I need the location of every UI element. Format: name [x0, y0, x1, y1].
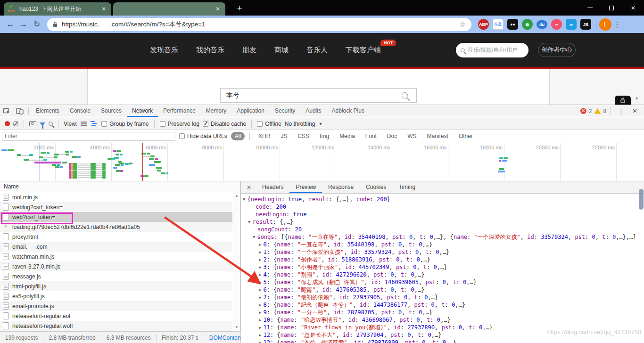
twisty-collapsed-icon[interactable]: ▶ [259, 248, 261, 256]
group-by-frame-checkbox[interactable]: Group by frame [101, 121, 149, 127]
baidu-netdisk-icon[interactable]: du [537, 20, 547, 29]
filter-type-img[interactable]: Img [316, 132, 333, 140]
tab-close-icon[interactable]: ✕ [100, 6, 107, 12]
request-row[interactable]: neteasefont-regular.woff [0, 321, 232, 331]
request-row[interactable]: neteasefont-regular.eot [0, 311, 232, 321]
nav-item--[interactable]: 下载客户端HOT [346, 46, 381, 55]
page-search-button[interactable] [393, 88, 417, 103]
device-toolbar-icon[interactable] [16, 107, 24, 115]
scroll-up-icon[interactable]: ▲ [233, 194, 240, 198]
twisty-collapsed-icon[interactable]: ▶ [259, 331, 261, 339]
nav-item--[interactable]: 朋友 [242, 46, 256, 55]
translate-icon[interactable]: G文 [493, 19, 504, 30]
throttling-dropdown[interactable]: No throttling ▼ [285, 121, 323, 127]
filter-type-manifest[interactable]: Manifest [423, 132, 452, 140]
request-row[interactable]: html-polyfill.js [0, 281, 232, 291]
network-overview-timeline[interactable]: 2000 ms4000 ms6000 ms8000 ms10000 ms1200… [0, 143, 644, 181]
checkbox[interactable] [160, 121, 165, 127]
twisty-collapsed-icon[interactable]: ▶ [259, 294, 261, 301]
devtools-tab-application[interactable]: Application [231, 105, 270, 117]
reload-button[interactable]: ↻ [30, 19, 43, 29]
twisty-collapsed-icon[interactable]: ▶ [259, 286, 261, 294]
hide-data-urls-checkbox[interactable]: Hide data URLs [179, 133, 227, 139]
twisty-collapsed-icon[interactable]: ▶ [259, 271, 261, 278]
record-button[interactable] [5, 121, 10, 126]
twisty-collapsed-icon[interactable]: ▶ [259, 256, 261, 263]
request-row[interactable]: tool.min.js [0, 192, 232, 202]
devtools-tab-memory[interactable]: Memory [201, 105, 231, 117]
warning-icon[interactable] [594, 108, 601, 114]
devtools-tab-performance[interactable]: Performance [158, 105, 201, 117]
devtools-tab-sources[interactable]: Sources [96, 105, 127, 117]
nav-item--[interactable]: 音乐人 [306, 46, 328, 55]
request-row[interactable]: proxy.html [0, 232, 232, 242]
adblock-plus-icon[interactable]: ABP [478, 19, 489, 30]
twisty-collapsed-icon[interactable]: ▶ [259, 301, 261, 309]
request-row[interactable]: watchman.min.js [0, 252, 232, 261]
filter-type-other[interactable]: Other [455, 132, 477, 140]
filter-type-media[interactable]: Media [336, 132, 359, 140]
back-button[interactable]: ← [4, 20, 17, 29]
request-row[interactable]: raven-3.27.0.min.js [0, 261, 232, 271]
inspect-element-icon[interactable] [3, 107, 10, 115]
nav-item--[interactable]: 商城 [274, 46, 289, 55]
bookmark-star-icon[interactable]: ☆ [460, 20, 466, 29]
offline-checkbox[interactable]: Offline [257, 121, 281, 127]
twisty-expanded-icon[interactable]: ▼ [248, 218, 250, 226]
devtools-tab-console[interactable]: Console [65, 105, 96, 117]
devtools-close-icon[interactable]: ✕ [629, 107, 640, 114]
player-collapse-icon[interactable]: ▾ [636, 96, 638, 101]
twisty-collapsed-icon[interactable]: ▶ [259, 263, 261, 271]
request-row[interactable]: message.js [0, 271, 232, 281]
checkbox[interactable] [179, 133, 185, 139]
filter-input[interactable] [2, 132, 175, 141]
checkbox[interactable] [257, 121, 263, 127]
forward-button[interactable]: → [17, 20, 30, 29]
detail-close-icon[interactable]: ✕ [241, 184, 256, 191]
detail-tab-timing[interactable]: Timing [393, 181, 422, 193]
devtools-tab-elements[interactable]: Elements [31, 105, 65, 117]
profile-avatar[interactable]: L [599, 18, 611, 31]
checkbox[interactable] [203, 121, 208, 127]
filter-type-ws[interactable]: WS [404, 132, 420, 140]
search-icon[interactable] [49, 122, 53, 126]
checkbox[interactable] [101, 121, 107, 127]
idm-icon[interactable]: ◉ [522, 19, 533, 30]
filter-type-js[interactable]: JS [277, 132, 291, 140]
filter-type-font[interactable]: Font [362, 132, 380, 140]
devtools-tab-security[interactable]: Security [270, 105, 300, 117]
requests-scrollbar[interactable]: ▲ ▼ [233, 192, 240, 331]
creator-center-button[interactable]: 创作者中心 [538, 43, 576, 57]
view-waterfall-icon[interactable] [91, 121, 98, 126]
minimize-button[interactable] [579, 0, 601, 16]
twisty-collapsed-icon[interactable]: ▶ [259, 241, 261, 248]
twisty-collapsed-icon[interactable]: ▶ [259, 324, 261, 331]
devtools-tab-audits[interactable]: Audits [300, 105, 326, 117]
close-button[interactable]: ✕ [622, 0, 644, 16]
twisty-collapsed-icon[interactable]: ▶ [259, 309, 261, 316]
infinity-icon[interactable]: ∞ [551, 19, 562, 30]
nav-item--[interactable]: 我的音乐 [196, 46, 224, 55]
devtools-menu-icon[interactable]: ⋮ [615, 107, 627, 114]
filter-funnel-icon[interactable] [40, 122, 45, 126]
player-lock-toggle[interactable] [615, 96, 631, 105]
site-search-box[interactable]: 音乐/视频/电台/用户 [456, 43, 528, 57]
twisty-collapsed-icon[interactable]: ▶ [259, 339, 261, 343]
address-bar[interactable]: https://music. .com/#/search/m/?s=本兮&typ… [47, 18, 471, 31]
maximize-button[interactable] [601, 0, 622, 16]
detail-tab-cookies[interactable]: Cookies [360, 181, 392, 193]
devtools-tab-network[interactable]: Network [127, 105, 158, 117]
mail-flag-icon[interactable]: ▰ [566, 19, 577, 30]
request-row[interactable]: weblog?csrf_token= [0, 202, 232, 212]
tab-close-icon[interactable]: ✕ [214, 6, 222, 12]
twisty-collapsed-icon[interactable]: ▶ [259, 278, 261, 286]
page-search-input[interactable] [220, 88, 393, 103]
jetbrains-icon[interactable]: JB [580, 19, 591, 30]
new-tab-button[interactable]: + [233, 2, 246, 16]
detail-tab-response[interactable]: Response [322, 181, 360, 193]
scroll-down-icon[interactable]: ▼ [233, 325, 240, 329]
nav-item--[interactable]: 发现音乐 [150, 46, 178, 55]
detail-tab-preview[interactable]: Preview [289, 181, 322, 193]
requests-table-header[interactable]: Name [0, 181, 240, 192]
browser-tab-active[interactable]: ✕ [113, 2, 225, 16]
